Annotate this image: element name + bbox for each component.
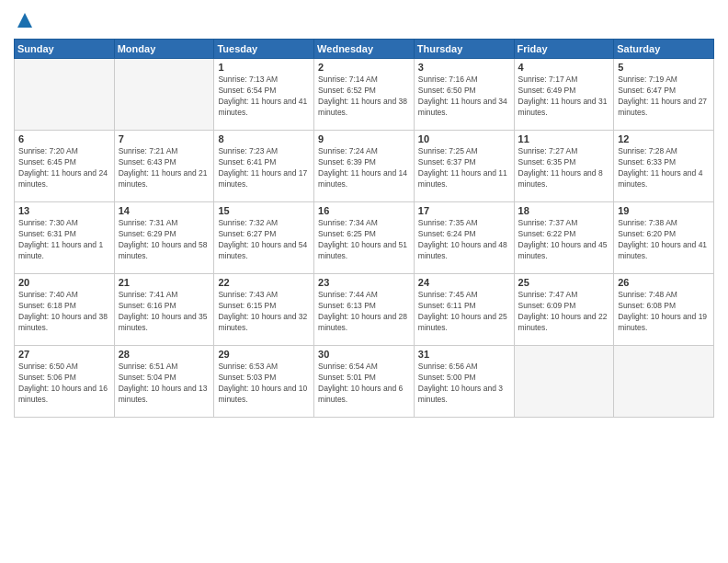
day-number: 14 [119, 205, 210, 216]
calendar-row: 1Sunrise: 7:13 AM Sunset: 6:54 PM Daylig… [15, 59, 714, 131]
calendar-cell: 6Sunrise: 7:20 AM Sunset: 6:45 PM Daylig… [15, 131, 115, 202]
day-number: 6 [18, 133, 110, 144]
calendar-cell: 16Sunrise: 7:34 AM Sunset: 6:25 PM Dayli… [314, 202, 415, 274]
day-info: Sunrise: 6:51 AM Sunset: 5:04 PM Dayligh… [119, 362, 210, 406]
calendar-cell: 9Sunrise: 7:24 AM Sunset: 6:39 PM Daylig… [314, 131, 415, 202]
calendar-cell: 11Sunrise: 7:27 AM Sunset: 6:35 PM Dayli… [514, 131, 614, 202]
calendar-cell [114, 59, 214, 131]
day-number: 15 [218, 205, 310, 216]
calendar-row: 6Sunrise: 7:20 AM Sunset: 6:45 PM Daylig… [15, 131, 714, 202]
day-number: 17 [418, 205, 510, 216]
calendar-row: 13Sunrise: 7:30 AM Sunset: 6:31 PM Dayli… [15, 202, 714, 274]
calendar-cell: 4Sunrise: 7:17 AM Sunset: 6:49 PM Daylig… [514, 59, 614, 131]
day-info: Sunrise: 7:21 AM Sunset: 6:43 PM Dayligh… [119, 146, 210, 190]
day-info: Sunrise: 7:45 AM Sunset: 6:11 PM Dayligh… [418, 290, 510, 334]
day-info: Sunrise: 7:17 AM Sunset: 6:49 PM Dayligh… [518, 75, 610, 119]
weekday-header-friday: Friday [514, 40, 614, 59]
calendar-cell: 20Sunrise: 7:40 AM Sunset: 6:18 PM Dayli… [15, 274, 115, 346]
weekday-header-row: SundayMondayTuesdayWednesdayThursdayFrid… [15, 40, 714, 59]
calendar-cell: 27Sunrise: 6:50 AM Sunset: 5:06 PM Dayli… [15, 346, 115, 418]
day-number: 11 [518, 133, 610, 144]
calendar-cell: 1Sunrise: 7:13 AM Sunset: 6:54 PM Daylig… [214, 59, 314, 131]
day-number: 5 [618, 62, 710, 73]
calendar-cell: 28Sunrise: 6:51 AM Sunset: 5:04 PM Dayli… [114, 346, 214, 418]
calendar-cell: 30Sunrise: 6:54 AM Sunset: 5:01 PM Dayli… [314, 346, 415, 418]
calendar-cell: 17Sunrise: 7:35 AM Sunset: 6:24 PM Dayli… [414, 202, 514, 274]
day-number: 3 [418, 62, 510, 73]
day-number: 30 [318, 349, 410, 360]
calendar-cell: 15Sunrise: 7:32 AM Sunset: 6:27 PM Dayli… [214, 202, 314, 274]
day-number: 12 [618, 133, 710, 144]
day-info: Sunrise: 7:47 AM Sunset: 6:09 PM Dayligh… [518, 290, 610, 334]
day-info: Sunrise: 7:13 AM Sunset: 6:54 PM Dayligh… [218, 75, 310, 119]
logo [14, 9, 34, 31]
calendar-cell: 29Sunrise: 6:53 AM Sunset: 5:03 PM Dayli… [214, 346, 314, 418]
weekday-header-saturday: Saturday [614, 40, 714, 59]
calendar-cell [614, 346, 714, 418]
weekday-header-monday: Monday [114, 40, 214, 59]
day-info: Sunrise: 7:25 AM Sunset: 6:37 PM Dayligh… [418, 146, 510, 190]
day-info: Sunrise: 7:37 AM Sunset: 6:22 PM Dayligh… [518, 218, 610, 262]
calendar-cell [15, 59, 115, 131]
calendar-cell [514, 346, 614, 418]
calendar-cell: 8Sunrise: 7:23 AM Sunset: 6:41 PM Daylig… [214, 131, 314, 202]
svg-marker-0 [17, 13, 32, 28]
day-number: 16 [318, 205, 410, 216]
day-info: Sunrise: 7:27 AM Sunset: 6:35 PM Dayligh… [518, 146, 610, 190]
day-number: 23 [318, 277, 410, 288]
day-number: 28 [119, 349, 210, 360]
weekday-header-sunday: Sunday [15, 40, 115, 59]
calendar-cell: 31Sunrise: 6:56 AM Sunset: 5:00 PM Dayli… [414, 346, 514, 418]
day-info: Sunrise: 7:20 AM Sunset: 6:45 PM Dayligh… [18, 146, 110, 190]
calendar-cell: 7Sunrise: 7:21 AM Sunset: 6:43 PM Daylig… [114, 131, 214, 202]
day-number: 27 [18, 349, 110, 360]
calendar-table: SundayMondayTuesdayWednesdayThursdayFrid… [14, 39, 714, 418]
day-info: Sunrise: 7:38 AM Sunset: 6:20 PM Dayligh… [618, 218, 710, 262]
day-info: Sunrise: 7:34 AM Sunset: 6:25 PM Dayligh… [318, 218, 410, 262]
day-number: 2 [318, 62, 410, 73]
day-number: 25 [518, 277, 610, 288]
day-info: Sunrise: 7:43 AM Sunset: 6:15 PM Dayligh… [218, 290, 310, 334]
logo-icon [16, 9, 34, 31]
day-number: 9 [318, 133, 410, 144]
day-number: 19 [618, 205, 710, 216]
calendar-cell: 22Sunrise: 7:43 AM Sunset: 6:15 PM Dayli… [214, 274, 314, 346]
weekday-header-thursday: Thursday [414, 40, 514, 59]
day-info: Sunrise: 7:23 AM Sunset: 6:41 PM Dayligh… [218, 146, 310, 190]
day-info: Sunrise: 7:30 AM Sunset: 6:31 PM Dayligh… [18, 218, 110, 262]
day-info: Sunrise: 7:28 AM Sunset: 6:33 PM Dayligh… [618, 146, 710, 190]
day-number: 24 [418, 277, 510, 288]
calendar-cell: 25Sunrise: 7:47 AM Sunset: 6:09 PM Dayli… [514, 274, 614, 346]
day-info: Sunrise: 7:16 AM Sunset: 6:50 PM Dayligh… [418, 75, 510, 119]
calendar-cell: 19Sunrise: 7:38 AM Sunset: 6:20 PM Dayli… [614, 202, 714, 274]
day-info: Sunrise: 7:44 AM Sunset: 6:13 PM Dayligh… [318, 290, 410, 334]
day-number: 21 [119, 277, 210, 288]
calendar-cell: 18Sunrise: 7:37 AM Sunset: 6:22 PM Dayli… [514, 202, 614, 274]
day-number: 1 [218, 62, 310, 73]
day-info: Sunrise: 6:56 AM Sunset: 5:00 PM Dayligh… [418, 362, 510, 406]
day-number: 8 [218, 133, 310, 144]
calendar-row: 20Sunrise: 7:40 AM Sunset: 6:18 PM Dayli… [15, 274, 714, 346]
day-number: 13 [18, 205, 110, 216]
calendar-cell: 26Sunrise: 7:48 AM Sunset: 6:08 PM Dayli… [614, 274, 714, 346]
day-number: 29 [218, 349, 310, 360]
calendar-cell: 3Sunrise: 7:16 AM Sunset: 6:50 PM Daylig… [414, 59, 514, 131]
day-number: 7 [119, 133, 210, 144]
day-info: Sunrise: 6:53 AM Sunset: 5:03 PM Dayligh… [218, 362, 310, 406]
calendar-row: 27Sunrise: 6:50 AM Sunset: 5:06 PM Dayli… [15, 346, 714, 418]
calendar-cell: 21Sunrise: 7:41 AM Sunset: 6:16 PM Dayli… [114, 274, 214, 346]
day-number: 20 [18, 277, 110, 288]
calendar-cell: 2Sunrise: 7:14 AM Sunset: 6:52 PM Daylig… [314, 59, 415, 131]
calendar-cell: 12Sunrise: 7:28 AM Sunset: 6:33 PM Dayli… [614, 131, 714, 202]
day-info: Sunrise: 7:48 AM Sunset: 6:08 PM Dayligh… [618, 290, 710, 334]
day-info: Sunrise: 6:50 AM Sunset: 5:06 PM Dayligh… [18, 362, 110, 406]
calendar-cell: 14Sunrise: 7:31 AM Sunset: 6:29 PM Dayli… [114, 202, 214, 274]
weekday-header-tuesday: Tuesday [214, 40, 314, 59]
day-info: Sunrise: 7:14 AM Sunset: 6:52 PM Dayligh… [318, 75, 410, 119]
calendar-cell: 5Sunrise: 7:19 AM Sunset: 6:47 PM Daylig… [614, 59, 714, 131]
day-info: Sunrise: 7:24 AM Sunset: 6:39 PM Dayligh… [318, 146, 410, 190]
day-number: 31 [418, 349, 510, 360]
calendar-cell: 23Sunrise: 7:44 AM Sunset: 6:13 PM Dayli… [314, 274, 415, 346]
calendar-cell: 10Sunrise: 7:25 AM Sunset: 6:37 PM Dayli… [414, 131, 514, 202]
day-number: 22 [218, 277, 310, 288]
